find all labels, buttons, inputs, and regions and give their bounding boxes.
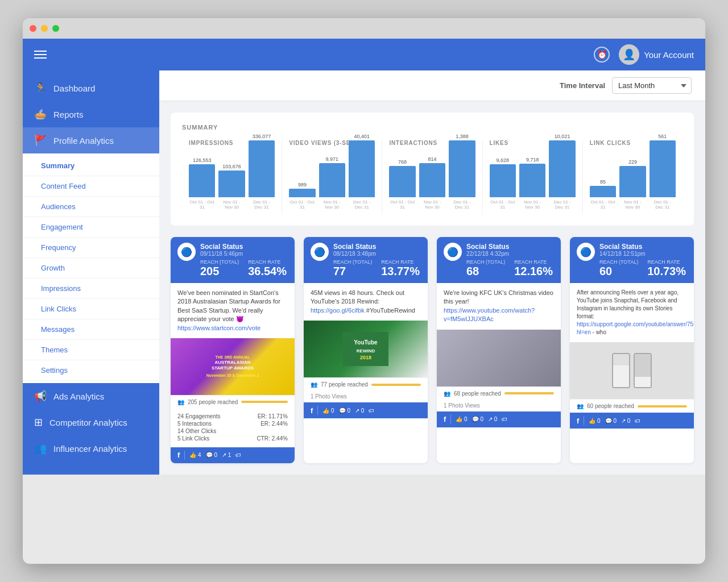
sub-item-messages[interactable]: Messages	[23, 319, 159, 340]
impressions-chart: IMPRESSIONS 126,553 Oct 01 - Oct 31 103,…	[182, 140, 282, 214]
bar-group: 229 Nov 01 - Nov 30	[619, 159, 646, 210]
bar-group: 814 Nov 01 - Nov 30	[419, 156, 445, 210]
post-rate-1: 36.54%	[248, 265, 287, 277]
content-area: SUMMARY IMPRESSIONS 126,553 Oct 01 - Oct…	[159, 101, 705, 475]
sidebar-label-dashboard: Dashboard	[53, 84, 95, 93]
sidebar-item-profile-analytics[interactable]: 🚩 Profile Analytics	[23, 127, 159, 153]
post-views-3: 1 Photo Views	[437, 400, 561, 411]
dashboard-icon: 🏃	[34, 82, 47, 94]
hamburger-button[interactable]	[34, 51, 47, 59]
bar-group: 561 Dec 01 - Dec 31	[650, 134, 676, 210]
reach-icon-3: 👥	[444, 390, 450, 397]
time-interval-select[interactable]: Last Month Last Week Last 3 Months Custo…	[612, 77, 692, 94]
posts-grid: 🔵 Social Status 09/11/18 5:46pm Reach (T…	[171, 237, 694, 463]
close-dot[interactable]	[30, 25, 36, 32]
sidebar-item-influencer-analytics[interactable]: 👥 Influencer Analytics	[23, 435, 159, 462]
post-card-4: 🔵 Social Status 14/12/18 12:51pm Reach (…	[570, 237, 694, 463]
post-date-4: 14/12/18 12:51pm	[599, 251, 687, 257]
minimize-dot[interactable]	[41, 25, 48, 32]
reach-icon-2: 👥	[311, 381, 317, 388]
reach-text-3: 68 people reached	[454, 390, 501, 397]
svg-text:REWIND: REWIND	[357, 348, 375, 354]
reach-icon-1: 👥	[177, 399, 184, 405]
post-card-1: 🔵 Social Status 09/11/18 5:46pm Reach (T…	[171, 237, 295, 463]
sidebar-label-competitor-analytics: Competitor Analytics	[49, 418, 127, 427]
post-body-2: 45M views in 48 hours. Check out YouTube…	[304, 283, 428, 321]
post-avatar-4: 🔵	[577, 243, 595, 261]
post-reach-bar-1: 👥 205 people reached	[171, 395, 295, 409]
post-footer-2: f 👍 0 💬 0 ↗ 0 🏷	[304, 402, 428, 418]
post-avatar-2: 🔵	[311, 243, 329, 261]
sub-item-settings[interactable]: Settings	[23, 360, 159, 381]
sidebar-label-reports: Reports	[53, 110, 84, 119]
reach-icon-4: 👥	[577, 403, 584, 409]
notifications-button[interactable]: ⏰	[594, 47, 610, 63]
post-avatar-1: 🔵	[177, 243, 196, 261]
reach-text-4: 60 people reached	[587, 403, 634, 409]
post-avatar-3: 🔵	[444, 243, 462, 261]
main-content: Time Interval Last Month Last Week Last …	[159, 70, 705, 475]
post-reach-1: 205	[200, 265, 239, 277]
sub-item-content-feed[interactable]: Content Feed	[23, 176, 159, 197]
post-image-1: THE 3RD ANNUAL AUSTRALASIAN STARTUP AWAR…	[171, 338, 295, 395]
post-image-3	[437, 330, 561, 386]
likes-chart: LIKES 9,628 Oct 01 - Oct 31 9,718	[483, 140, 583, 214]
svg-text:YouTube: YouTube	[354, 339, 378, 346]
impressions-bars: 126,553 Oct 01 - Oct 31 103,676 Nov 01 -…	[189, 153, 275, 210]
post-body-4: After announcing Reels over a year ago, …	[570, 283, 694, 342]
avatar: 👤	[619, 44, 639, 65]
ads-analytics-icon: 📢	[34, 390, 47, 402]
sub-item-growth[interactable]: Growth	[23, 258, 159, 278]
summary-title: SUMMARY	[182, 124, 682, 131]
sub-item-audiences[interactable]: Audiences	[23, 197, 159, 217]
sub-item-impressions[interactable]: Impressions	[23, 278, 159, 299]
bar-group: 126,553 Oct 01 - Oct 31	[189, 157, 215, 210]
post-card-3: 🔵 Social Status 22/12/18 4:32pm Reach (T…	[437, 237, 561, 463]
post-rate-2: 13.77%	[381, 265, 420, 277]
post-body-3: We're loving KFC UK's Christmas video th…	[437, 283, 561, 330]
video-views-bars: 989 Oct 01 - Oct 31 9,971 Nov 01 - Nov 3…	[289, 153, 375, 210]
post-header-4: 🔵 Social Status 14/12/18 12:51pm Reach (…	[570, 237, 694, 283]
sub-item-summary[interactable]: Summary	[23, 156, 159, 176]
bar-group: 768 Oct 01 - Oct 31	[389, 159, 415, 210]
summary-card: SUMMARY IMPRESSIONS 126,553 Oct 01 - Oct…	[171, 113, 694, 226]
top-header: ⏰ 👤 Your Account	[23, 39, 705, 70]
post-date-2: 08/12/18 3:48pm	[333, 251, 421, 257]
bar-group: 9,718 Nov 01 - Nov 30	[519, 157, 545, 210]
post-reach-bar-4: 👥 60 people reached	[570, 399, 694, 413]
sidebar-item-dashboard[interactable]: 🏃 Dashboard	[23, 75, 159, 101]
post-header-1: 🔵 Social Status 09/11/18 5:46pm Reach (T…	[171, 237, 295, 283]
sub-item-themes[interactable]: Themes	[23, 340, 159, 360]
post-date-3: 22/12/18 4:32pm	[466, 251, 554, 257]
sub-item-frequency[interactable]: Frequency	[23, 238, 159, 258]
link-clicks-chart: LINK CLICKS 85 Oct 01 - Oct 31 229	[583, 140, 682, 214]
profile-analytics-icon: 🚩	[34, 134, 47, 147]
user-name: Your Account	[644, 50, 694, 60]
likes-bars: 9,628 Oct 01 - Oct 31 9,718 Nov 01 - Nov…	[490, 153, 576, 210]
sidebar-item-competitor-analytics[interactable]: ⊞ Competitor Analytics	[23, 409, 159, 435]
sub-item-link-clicks[interactable]: Link Clicks	[23, 299, 159, 319]
sidebar-label-profile-analytics: Profile Analytics	[53, 136, 114, 146]
bar-group: 989 Oct 01 - Oct 31	[289, 182, 315, 210]
influencer-analytics-icon: 👥	[34, 442, 47, 455]
post-brand-2: Social Status	[333, 243, 421, 251]
post-rate-4: 10.73%	[647, 265, 686, 277]
post-brand-3: Social Status	[466, 243, 554, 251]
bar-group: 85 Oct 01 - Oct 31	[590, 179, 616, 210]
sidebar-sub-menu: Summary Content Feed Audiences Engagemen…	[23, 153, 159, 383]
sidebar-item-reports[interactable]: 🥧 Reports	[23, 101, 159, 127]
sub-item-engagement[interactable]: Engagement	[23, 217, 159, 238]
post-card-2: 🔵 Social Status 08/12/18 3:48pm Reach (T…	[304, 237, 428, 463]
post-footer-4: f 👍 0 💬 0 ↗ 0 🏷	[570, 413, 694, 429]
sidebar-item-ads-analytics[interactable]: 📢 Ads Analytics	[23, 383, 159, 409]
post-brand-4: Social Status	[599, 243, 687, 251]
sidebar: 🏃 Dashboard 🥧 Reports 🚩 Profile Analytic…	[23, 70, 159, 475]
maximize-dot[interactable]	[52, 25, 59, 32]
user-account-button[interactable]: 👤 Your Account	[619, 44, 694, 65]
post-reach-bar-3: 👥 68 people reached	[437, 386, 561, 400]
time-interval-label: Time Interval	[560, 81, 605, 90]
interactions-chart: INTERACTIONS 768 Oct 01 - Oct 31 814	[382, 140, 482, 214]
post-views-2: 1 Photo Views	[304, 391, 428, 402]
facebook-icon: f	[444, 415, 446, 423]
bar-group: 40,401 Dec 01 - Dec 31	[349, 134, 375, 210]
